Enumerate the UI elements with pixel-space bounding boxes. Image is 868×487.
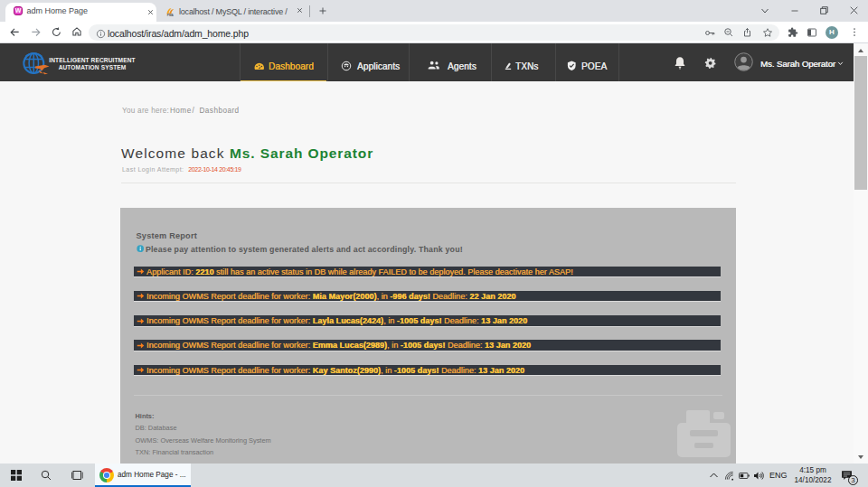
svg-text:PMA: PMA [167, 14, 175, 16]
